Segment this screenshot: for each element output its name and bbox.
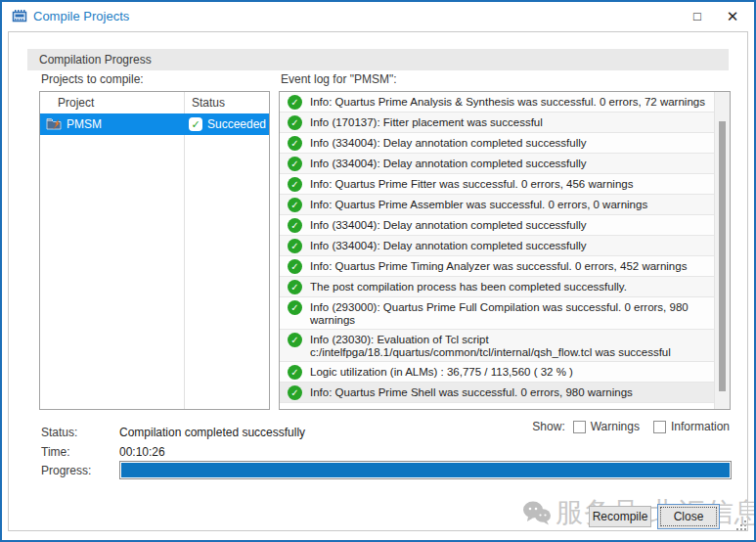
window-title: Compile Projects <box>33 2 129 31</box>
log-entry-text: Info: Quartus Prime Fitter was successfu… <box>310 177 710 191</box>
success-icon: ✓ <box>288 300 302 315</box>
close-button[interactable]: Close <box>657 504 720 529</box>
show-filter-row: Show: Warnings Information <box>532 420 730 433</box>
success-icon: ✓ <box>288 239 302 253</box>
close-window-button[interactable]: ✕ <box>716 4 749 29</box>
log-entry[interactable]: ✓Info (293000): Quartus Prime Full Compi… <box>280 297 714 330</box>
log-entry-text: Info (334004): Delay annotation complete… <box>310 239 710 252</box>
log-entry[interactable]: ✓Info: Quartus Prime Analysis & Synthesi… <box>280 92 714 113</box>
log-entry[interactable]: ✓Info (334004): Delay annotation complet… <box>280 133 714 154</box>
app-icon <box>12 9 27 24</box>
wechat-icon <box>522 500 552 525</box>
table-row-pmsm[interactable]: PMSM ✓ Succeeded <box>40 113 269 135</box>
log-entry-text: Info (334004): Delay annotation complete… <box>310 136 710 150</box>
projects-table[interactable]: Project Status PMSM ✓ Succeeded <box>39 91 270 410</box>
log-entry[interactable]: ✓Info: Quartus Prime Fitter was successf… <box>280 174 714 195</box>
compile-projects-dialog: Compile Projects □ ✕ Compilation Progres… <box>0 0 756 542</box>
progress-fill <box>121 463 730 477</box>
success-icon: ✓ <box>288 259 302 274</box>
event-log-label: Event log for "PMSM": <box>281 72 397 86</box>
log-entry[interactable]: ✓Info (334004): Delay annotation complet… <box>280 215 714 236</box>
event-log-scrollbar[interactable] <box>714 92 730 409</box>
project-name: PMSM <box>67 113 102 135</box>
success-icon: ✓ <box>288 95 302 110</box>
progress-label: Progress: <box>41 464 91 477</box>
maximize-button[interactable]: □ <box>681 4 714 29</box>
show-label: Show: <box>532 420 564 433</box>
log-entry[interactable]: ✓Info: Quartus Prime Assembler was succe… <box>280 195 714 215</box>
log-entry-text: Info (293000): Quartus Prime Full Compil… <box>310 300 710 327</box>
progress-bar <box>119 461 732 479</box>
log-entry[interactable]: ✓Logic utilization (in ALMs) : 36,775 / … <box>280 362 714 383</box>
project-folder-icon <box>46 116 62 132</box>
scrollbar-thumb[interactable] <box>719 121 726 391</box>
success-icon: ✓ <box>288 365 302 380</box>
log-entry[interactable]: ✓Info (334004): Delay annotation complet… <box>280 154 714 174</box>
column-divider <box>184 92 185 409</box>
warnings-checkbox[interactable] <box>573 421 586 433</box>
information-checkbox-label: Information <box>671 420 730 433</box>
event-log-rows: ✓Info: Quartus Prime Analysis & Synthesi… <box>280 92 714 409</box>
log-entry-text: Info: Quartus Prime Analysis & Synthesis… <box>310 95 710 109</box>
table-header: Project Status <box>40 92 269 113</box>
log-entry-text: Info (170137): Fitter placement was succ… <box>310 115 710 129</box>
log-entry-text: Info (334004): Delay annotation complete… <box>310 157 710 170</box>
event-log-list[interactable]: ✓Info: Quartus Prime Analysis & Synthesi… <box>279 91 731 410</box>
column-header-project: Project <box>58 92 94 113</box>
success-icon: ✓ <box>288 218 302 233</box>
success-icon: ✓ <box>288 157 302 171</box>
status-label: Status: <box>41 426 77 439</box>
log-entry-text: Info: Quartus Prime Shell was successful… <box>310 385 710 399</box>
log-entry[interactable]: ✓Info: Quartus Prime Timing Analyzer was… <box>280 256 714 277</box>
success-icon: ✓ <box>288 280 302 294</box>
project-status: ✓ Succeeded <box>189 113 266 135</box>
success-icon: ✓ <box>288 115 302 130</box>
success-icon: ✓ <box>288 198 302 212</box>
projects-to-compile-label: Projects to compile: <box>41 72 144 86</box>
time-label: Time: <box>41 445 70 459</box>
time-value: 00:10:26 <box>119 445 165 459</box>
log-entry-text: Info (334004): Delay annotation complete… <box>310 218 710 232</box>
log-entry-text: Logic utilization (in ALMs) : 36,775 / 1… <box>310 365 710 379</box>
log-entry-text: The post compilation process has been co… <box>310 280 710 294</box>
project-status-text: Succeeded <box>207 113 266 135</box>
warnings-checkbox-label: Warnings <box>591 420 640 433</box>
log-entry[interactable]: ✓Info (170137): Fitter placement was suc… <box>280 113 714 133</box>
log-entry[interactable]: ✓Info (23030): Evaluation of Tcl script … <box>280 330 714 362</box>
title-bar: Compile Projects □ ✕ <box>2 2 754 31</box>
log-entry-text: Info: Quartus Prime Timing Analyzer was … <box>310 259 710 273</box>
log-entry[interactable]: ✓Info: Quartus Prime Shell was successfu… <box>280 383 714 403</box>
success-icon: ✓ <box>288 177 302 192</box>
success-icon: ✓ <box>288 333 302 347</box>
log-entry-text: Info (23030): Evaluation of Tcl script c… <box>310 333 710 359</box>
log-entry[interactable]: ✓The post compilation process has been c… <box>280 277 714 297</box>
success-icon: ✓ <box>288 385 302 400</box>
section-header-compilation-progress: Compilation Progress <box>27 49 729 70</box>
information-checkbox[interactable] <box>653 421 666 433</box>
watermark-text: 服务号 北汇信息 <box>556 494 756 531</box>
status-value: Compilation completed successfully <box>119 426 305 439</box>
recompile-button[interactable]: Recompile <box>589 506 651 527</box>
log-entry[interactable]: ✓Info (334004): Delay annotation complet… <box>280 236 714 256</box>
success-icon: ✓ <box>189 117 202 131</box>
column-header-status: Status <box>192 92 225 113</box>
success-icon: ✓ <box>288 136 302 151</box>
log-entry-text: Info: Quartus Prime Assembler was succes… <box>310 198 710 211</box>
